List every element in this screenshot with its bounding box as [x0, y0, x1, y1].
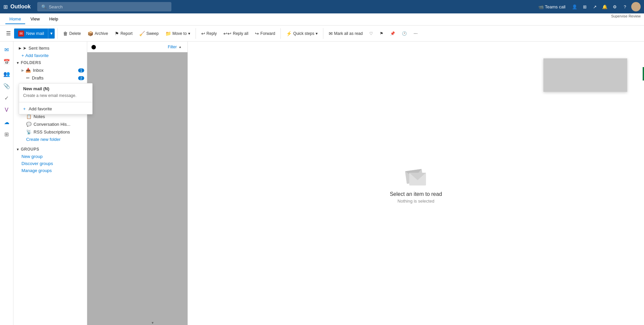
sort-icon: ⬤ — [91, 44, 96, 49]
scroll-up-button[interactable]: ▲ — [177, 45, 183, 49]
folder-conversation-history[interactable]: 💬 Conversation His... — [13, 120, 87, 128]
folder-rss-subscriptions[interactable]: 📡 RSS Subscriptions — [13, 128, 87, 136]
bell-icon[interactable]: 🔔 — [601, 3, 608, 10]
sidebar-icon-onedrive[interactable]: ☁ — [1, 117, 12, 127]
quick-steps-icon: ⚡ — [286, 31, 292, 36]
sweep-button[interactable]: 🧹 Sweep — [137, 30, 161, 38]
toolbar-separator-4 — [323, 28, 323, 39]
settings-icon[interactable]: ⚙ — [611, 3, 619, 10]
new-mail-dropdown-button[interactable]: ▾ — [48, 29, 55, 39]
create-new-folder-link[interactable]: Create new folder — [18, 136, 87, 143]
move-to-button[interactable]: 📁 Move to ▾ — [163, 30, 193, 38]
new-group-link[interactable]: New group — [13, 153, 87, 160]
video-icon: 📹 — [538, 4, 544, 9]
folder-inbox[interactable]: ▶ 📥 Inbox 1 — [13, 66, 87, 74]
hamburger-icon[interactable]: ☰ — [4, 28, 13, 39]
chevron-right-icon-inbox: ▶ — [21, 68, 24, 72]
sidebar-icon-people[interactable]: 👥 — [1, 68, 12, 79]
mark-all-read-button[interactable]: ✉ Mark all as read — [326, 30, 365, 38]
ribbon-tabs: Home View Help — [0, 13, 644, 25]
groups-header[interactable]: ▼ Groups — [13, 146, 87, 153]
clock-button[interactable]: 🕐 — [399, 30, 410, 37]
sidebar-icon-calendar[interactable]: 📅 — [1, 56, 12, 67]
report-button[interactable]: ⚑ Report — [112, 30, 135, 38]
sidebar-icon-apps[interactable]: ⊞ — [1, 129, 12, 140]
chevron-down-icon: ▼ — [16, 61, 19, 65]
inbox-icon: 📥 — [25, 68, 31, 73]
folder-drafts[interactable]: ✏ Drafts 2 — [13, 74, 87, 82]
scroll-down-button[interactable]: ▼ — [149, 320, 156, 325]
sidebar-icon-tasks[interactable]: ✓ — [1, 93, 12, 103]
sent-items-favorite[interactable]: ▶ ➤ Sent Items — [13, 44, 87, 52]
manage-groups-link[interactable]: Manage groups — [13, 167, 87, 174]
drafts-badge: 2 — [78, 76, 84, 80]
empty-envelope-illustration — [401, 163, 431, 190]
reply-icon: ↩ — [201, 31, 205, 36]
forward-button[interactable]: ↪ Forward — [252, 30, 278, 38]
apps-icon[interactable]: ⊞ — [3, 4, 8, 10]
mail-icon: ✉ — [18, 31, 24, 37]
archive-button[interactable]: 📦 Archive — [85, 30, 111, 38]
search-bar[interactable]: 🔍 — [37, 2, 171, 11]
new-mail-dropdown-menu: New mail (N) Create a new email message.… — [19, 83, 93, 114]
mark-read-icon: ✉ — [329, 31, 333, 36]
more-button[interactable]: ⋯ — [411, 30, 420, 37]
flag-icon: ⚑ — [380, 31, 383, 36]
filter-button[interactable]: Filter — [168, 45, 177, 49]
sidebar-icon-mail[interactable]: ✉ — [1, 44, 12, 55]
quick-steps-button[interactable]: ⚡ Quick steps ▾ — [283, 30, 320, 38]
move-to-chevron: ▾ — [188, 31, 190, 36]
empty-state: Select an item to read Nothing is select… — [390, 163, 442, 204]
reply-all-button[interactable]: ↩↩ Reply all — [221, 30, 251, 38]
tab-home[interactable]: Home — [5, 14, 25, 24]
pin-icon: 📌 — [390, 31, 395, 36]
rss-icon: 📡 — [26, 129, 32, 134]
empty-subtitle: Nothing is selected — [390, 199, 442, 204]
archive-icon: 📦 — [88, 31, 93, 36]
reply-all-icon: ↩↩ — [223, 31, 231, 36]
toolbar: ☰ ✉ New mail ▾ 🗑 Delete 📦 Archive ⚑ Repo… — [0, 25, 644, 42]
pin-button[interactable]: 📌 — [387, 30, 398, 37]
tab-view[interactable]: View — [26, 14, 44, 24]
report-icon: ⚑ — [115, 31, 119, 36]
mail-list: ⬤ Filter ▲ ▼ — [87, 42, 188, 325]
drafts-icon: ✏ — [26, 75, 30, 80]
plus-icon: + — [21, 53, 24, 58]
reply-button[interactable]: ↩ Reply — [199, 30, 220, 38]
mail-list-content — [87, 52, 187, 325]
help-icon[interactable]: ? — [621, 3, 629, 10]
teams-call-button[interactable]: 📹 Teams call — [536, 3, 568, 11]
favorites-button[interactable]: ♡ — [367, 30, 376, 37]
empty-title: Select an item to read — [390, 191, 442, 197]
forward-icon[interactable]: ↗ — [591, 3, 598, 10]
search-icon: 🔍 — [41, 4, 47, 9]
discover-groups-link[interactable]: Discover groups — [13, 160, 87, 167]
grid-icon[interactable]: ⊞ — [581, 3, 588, 10]
dropdown-add-favorite[interactable]: + Add favorite — [19, 104, 92, 114]
sidebar-icons: ✉ 📅 👥 📎 ✓ V ☁ ⊞ — [0, 42, 13, 325]
mail-list-header: ⬤ Filter ▲ — [87, 42, 187, 52]
folders-header[interactable]: ▼ Folders — [13, 59, 87, 66]
clock-icon: 🕐 — [402, 31, 407, 36]
move-icon: 📁 — [165, 31, 171, 36]
sidebar-icon-files[interactable]: 📎 — [1, 80, 12, 91]
heart-icon: ♡ — [369, 31, 373, 36]
flag-button[interactable]: ⚑ — [377, 30, 386, 37]
add-favorite-link[interactable]: + Add favorite — [13, 52, 87, 59]
new-mail-button[interactable]: ✉ New mail — [14, 29, 48, 39]
avatar[interactable] — [631, 2, 641, 11]
sidebar-icon-viva[interactable]: V — [1, 105, 12, 115]
dropdown-title: New mail (N) — [19, 84, 92, 93]
search-input[interactable] — [49, 4, 167, 9]
new-mail-group: ✉ New mail ▾ — [14, 29, 55, 39]
preview-popup[interactable] — [543, 58, 627, 92]
supervise-review-label: Supervise Review — [611, 14, 641, 18]
forward-icon: ↪ — [255, 31, 259, 36]
quick-steps-chevron: ▾ — [316, 31, 318, 36]
green-accent-bar — [643, 67, 644, 80]
delete-button[interactable]: 🗑 Delete — [60, 30, 84, 38]
notes-icon: 📋 — [26, 114, 32, 119]
people-icon[interactable]: 👤 — [571, 3, 578, 10]
tab-help[interactable]: Help — [45, 14, 62, 24]
toolbar-separator-2 — [196, 28, 196, 39]
